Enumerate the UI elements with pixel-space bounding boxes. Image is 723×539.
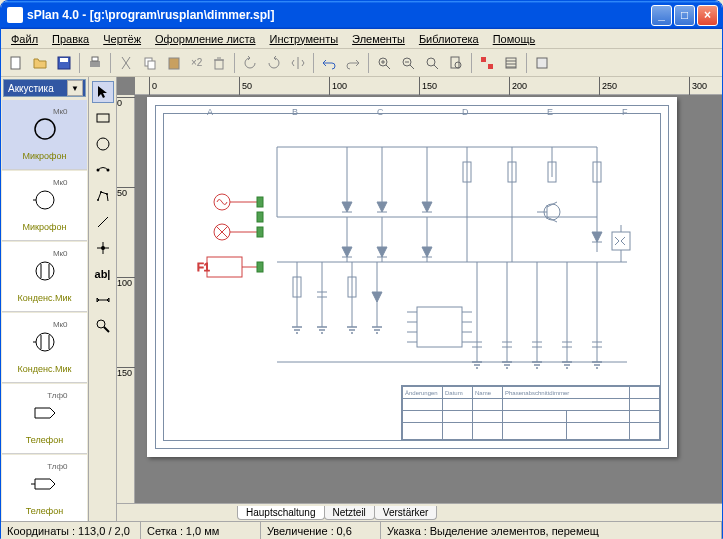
svg-line-42: [104, 327, 109, 332]
menu-page[interactable]: Оформление листа: [149, 31, 261, 47]
flip-h-button[interactable]: [287, 52, 309, 74]
svg-rect-8: [215, 60, 223, 69]
window-title: sPlan 4.0 - [g:\program\rusplan\dimmer.s…: [27, 8, 651, 22]
title-block: ÄnderungenDatumNamePhasenabschnittdimmer: [401, 385, 661, 441]
canvas-area: 0 50 100 150 200 250 300 0 50 100 150: [117, 77, 722, 521]
horizontal-ruler: 0 50 100 150 200 250 300: [135, 77, 722, 95]
svg-text:F1: F1: [197, 261, 210, 273]
redo-button[interactable]: [342, 52, 364, 74]
junction-tool[interactable]: [92, 237, 114, 259]
pointer-tool[interactable]: [92, 81, 114, 103]
svg-point-34: [100, 191, 102, 193]
properties-button[interactable]: [500, 52, 522, 74]
svg-point-24: [36, 333, 54, 351]
delete-button[interactable]: [208, 52, 230, 74]
menu-help[interactable]: Помощь: [487, 31, 542, 47]
zoom-in-button[interactable]: [373, 52, 395, 74]
polygon-tool[interactable]: [92, 185, 114, 207]
svg-point-18: [35, 119, 55, 139]
svg-point-30: [97, 138, 109, 150]
status-tool: Указка : Выделение элементов, перемещ: [381, 522, 722, 539]
zoom-fit-button[interactable]: [421, 52, 443, 74]
line-tool[interactable]: [92, 211, 114, 233]
svg-point-31: [96, 169, 99, 172]
svg-rect-85: [417, 307, 462, 347]
sheet-tab[interactable]: Netzteil: [324, 506, 375, 520]
svg-rect-147: [257, 227, 263, 237]
svg-point-39: [101, 246, 105, 250]
library-item[interactable]: Мк0 Конденс.Мик: [2, 242, 87, 312]
svg-rect-7: [169, 58, 179, 69]
category-dropdown[interactable]: Аккустика: [3, 79, 86, 97]
library-item[interactable]: Тлф0 Телефон: [2, 455, 87, 521]
svg-rect-146: [257, 197, 263, 207]
svg-rect-143: [207, 257, 242, 277]
menu-edit[interactable]: Правка: [46, 31, 95, 47]
menubar: Файл Правка Чертёж Оформление листа Инст…: [1, 29, 722, 49]
svg-point-13: [455, 62, 461, 68]
svg-rect-2: [60, 58, 68, 62]
close-button[interactable]: ×: [697, 5, 718, 26]
svg-rect-148: [257, 212, 263, 222]
drawing-tools-panel: ab|: [89, 77, 117, 521]
maximize-button[interactable]: □: [674, 5, 695, 26]
toolbar: ×2: [1, 49, 722, 77]
menu-file[interactable]: Файл: [5, 31, 44, 47]
svg-point-19: [36, 191, 54, 209]
library-item[interactable]: Мк0 Микрофон: [2, 100, 87, 170]
app-window: sPlan 4.0 - [g:\program\rusplan\dimmer.s…: [0, 0, 723, 539]
status-grid: Сетка : 1,0 мм: [141, 522, 261, 539]
titlebar[interactable]: sPlan 4.0 - [g:\program\rusplan\dimmer.s…: [1, 1, 722, 29]
svg-rect-0: [11, 57, 20, 69]
svg-point-33: [97, 199, 99, 201]
svg-rect-17: [537, 58, 547, 68]
new-button[interactable]: [5, 52, 27, 74]
circle-tool[interactable]: [92, 133, 114, 155]
status-coords: Координаты : 113,0 / 2,0: [1, 522, 141, 539]
svg-point-35: [106, 193, 108, 195]
svg-point-41: [97, 320, 105, 328]
status-zoom: Увеличение : 0,6: [261, 522, 381, 539]
special-tool[interactable]: [92, 159, 114, 181]
snap-button[interactable]: [476, 52, 498, 74]
dimension-tool[interactable]: [92, 289, 114, 311]
status-bar: Координаты : 113,0 / 2,0 Сетка : 1,0 мм …: [1, 521, 722, 539]
svg-rect-15: [488, 64, 493, 69]
menu-library[interactable]: Библиотека: [413, 31, 485, 47]
sheet-tab[interactable]: Hauptschaltung: [237, 506, 325, 520]
rotate-left-button[interactable]: [239, 52, 261, 74]
svg-rect-14: [481, 57, 486, 62]
paste-button[interactable]: [163, 52, 185, 74]
duplicate-button[interactable]: ×2: [187, 52, 206, 74]
print-button[interactable]: [84, 52, 106, 74]
save-button[interactable]: [53, 52, 75, 74]
svg-rect-29: [97, 114, 109, 122]
drawing-canvas[interactable]: A B C D E F: [135, 95, 722, 503]
library-item[interactable]: Тлф0 Телефон: [2, 384, 87, 454]
app-icon: [7, 7, 23, 23]
svg-rect-6: [148, 61, 155, 69]
zoom-out-button[interactable]: [397, 52, 419, 74]
menu-drawing[interactable]: Чертёж: [97, 31, 147, 47]
library-item[interactable]: Мк0 Микрофон: [2, 171, 87, 241]
vertical-ruler: 0 50 100 150: [117, 95, 135, 503]
svg-line-36: [98, 217, 108, 227]
options-button[interactable]: [531, 52, 553, 74]
rectangle-tool[interactable]: [92, 107, 114, 129]
cut-button[interactable]: [115, 52, 137, 74]
zoom-tool[interactable]: [92, 315, 114, 337]
library-item[interactable]: Мк0 Конденс.Мик: [2, 313, 87, 383]
undo-button[interactable]: [318, 52, 340, 74]
sheet-tabs: Hauptschaltung Netzteil Verstärker: [117, 503, 722, 521]
menu-tools[interactable]: Инструменты: [264, 31, 345, 47]
text-tool[interactable]: ab|: [92, 263, 114, 285]
open-button[interactable]: [29, 52, 51, 74]
svg-rect-4: [92, 57, 98, 61]
menu-elements[interactable]: Элементы: [346, 31, 411, 47]
minimize-button[interactable]: _: [651, 5, 672, 26]
svg-point-21: [36, 262, 54, 280]
zoom-page-button[interactable]: [445, 52, 467, 74]
copy-button[interactable]: [139, 52, 161, 74]
sheet-tab[interactable]: Verstärker: [374, 506, 438, 520]
rotate-right-button[interactable]: [263, 52, 285, 74]
